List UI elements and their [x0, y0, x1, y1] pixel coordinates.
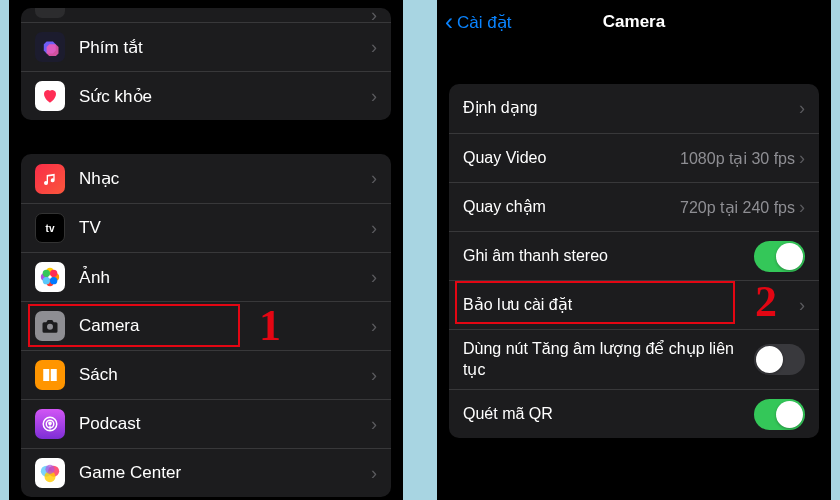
row-label: Nhạc — [79, 168, 371, 189]
partial-icon — [35, 8, 65, 18]
row-gamecenter[interactable]: Game Center › — [21, 448, 391, 497]
camera-icon — [35, 311, 65, 341]
toggle-knob — [776, 401, 803, 428]
gamecenter-icon — [35, 458, 65, 488]
chevron-right-icon: › — [371, 168, 377, 189]
row-burst: Dùng nút Tăng âm lượng để chụp liên tục — [449, 329, 819, 389]
svg-point-7 — [43, 277, 50, 284]
row-label: Podcast — [79, 414, 371, 434]
row-detail: 1080p tại 30 fps — [680, 149, 795, 168]
chevron-right-icon: › — [799, 295, 805, 316]
chevron-right-icon: › — [371, 267, 377, 288]
partial-row: › — [21, 8, 391, 22]
podcast-icon — [35, 409, 65, 439]
svg-point-4 — [43, 270, 50, 277]
settings-group-1: › Phím tắt › Sức khỏe › — [21, 8, 391, 120]
row-qr: Quét mã QR — [449, 389, 819, 438]
row-music[interactable]: Nhạc › — [21, 154, 391, 203]
settings-group-2: Nhạc › tv TV › Ảnh › Camera › Sách › Pod… — [21, 154, 391, 497]
row-label: Quay Video — [463, 148, 680, 169]
toggle-burst[interactable] — [754, 344, 805, 375]
row-books[interactable]: Sách › — [21, 350, 391, 399]
chevron-right-icon: › — [799, 197, 805, 218]
row-format[interactable]: Định dạng › — [449, 84, 819, 133]
row-label: Ảnh — [79, 267, 371, 288]
row-label: Dùng nút Tăng âm lượng để chụp liên tục — [463, 339, 754, 381]
back-button[interactable]: ‹ Cài đặt — [445, 10, 511, 34]
row-camera[interactable]: Camera › — [21, 301, 391, 350]
camera-settings-panel: ‹ Cài đặt Camera Định dạng › Quay Video … — [437, 0, 831, 500]
row-video[interactable]: Quay Video 1080p tại 30 fps › — [449, 133, 819, 182]
shortcuts-icon — [35, 32, 65, 62]
svg-point-15 — [45, 465, 54, 474]
chevron-right-icon: › — [371, 463, 377, 484]
chevron-right-icon: › — [371, 218, 377, 239]
chevron-right-icon: › — [371, 86, 377, 107]
annotation-2: 2 — [755, 276, 777, 327]
toggle-knob — [756, 346, 783, 373]
row-tv[interactable]: tv TV › — [21, 203, 391, 252]
page-title: Camera — [603, 12, 665, 32]
row-label: Quay chậm — [463, 197, 680, 218]
row-label: Sách — [79, 365, 371, 385]
toggle-stereo[interactable] — [754, 241, 805, 272]
camera-settings-group: Định dạng › Quay Video 1080p tại 30 fps … — [449, 84, 819, 438]
row-slomo[interactable]: Quay chậm 720p tại 240 fps › — [449, 182, 819, 231]
chevron-left-icon: ‹ — [445, 10, 453, 34]
row-label: Định dạng — [463, 98, 799, 119]
chevron-right-icon: › — [371, 414, 377, 435]
chevron-right-icon: › — [371, 37, 377, 58]
settings-list-panel: › Phím tắt › Sức khỏe › Nhạc › tv TV › Ả… — [9, 0, 403, 500]
svg-point-8 — [47, 324, 53, 330]
chevron-right-icon: › — [371, 365, 377, 386]
row-label: Ghi âm thanh stereo — [463, 246, 754, 267]
row-stereo: Ghi âm thanh stereo — [449, 231, 819, 280]
row-label: Camera — [79, 316, 371, 336]
row-label: Game Center — [79, 463, 371, 483]
row-podcast[interactable]: Podcast › — [21, 399, 391, 448]
tv-icon: tv — [35, 213, 65, 243]
nav-header: ‹ Cài đặt Camera — [437, 0, 831, 44]
chevron-right-icon: › — [799, 148, 805, 169]
row-photos[interactable]: Ảnh › — [21, 252, 391, 301]
health-icon — [35, 81, 65, 111]
row-label: TV — [79, 218, 371, 238]
svg-point-11 — [49, 422, 51, 424]
row-label: Phím tắt — [79, 37, 371, 58]
back-label: Cài đặt — [457, 12, 511, 33]
chevron-right-icon: › — [371, 316, 377, 337]
music-icon — [35, 164, 65, 194]
photos-icon — [35, 262, 65, 292]
row-health[interactable]: Sức khỏe › — [21, 71, 391, 120]
toggle-qr[interactable] — [754, 399, 805, 430]
row-label: Quét mã QR — [463, 404, 754, 425]
row-label: Sức khỏe — [79, 86, 371, 107]
row-shortcuts[interactable]: Phím tắt › — [21, 22, 391, 71]
books-icon — [35, 360, 65, 390]
row-detail: 720p tại 240 fps — [680, 198, 795, 217]
chevron-right-icon: › — [799, 98, 805, 119]
svg-point-5 — [50, 270, 57, 277]
toggle-knob — [776, 243, 803, 270]
annotation-1: 1 — [259, 300, 281, 351]
svg-point-6 — [50, 277, 57, 284]
row-label: Bảo lưu cài đặt — [463, 295, 799, 316]
